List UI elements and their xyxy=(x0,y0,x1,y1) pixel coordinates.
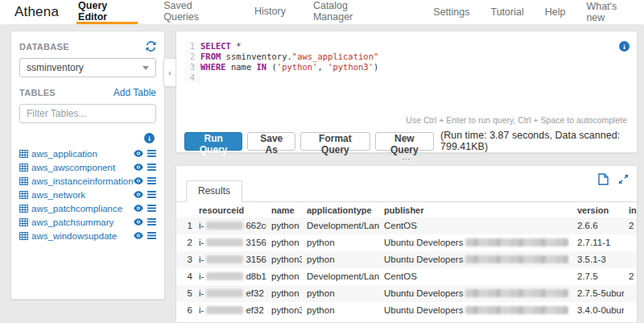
run-query-button[interactable]: Run Query xyxy=(184,132,242,151)
properties-icon[interactable] xyxy=(147,218,156,226)
database-select[interactable]: ssminventory xyxy=(19,58,156,77)
table-name-link[interactable]: aws_patchcompliance xyxy=(31,204,134,213)
eye-icon[interactable] xyxy=(134,191,143,198)
table-icon xyxy=(19,218,28,226)
column-header-resourceid: resourceid xyxy=(194,202,266,217)
line-number: 2 xyxy=(184,52,200,62)
new-query-button[interactable]: New Query xyxy=(375,132,434,151)
query-editor-panel: i 1SELECT *2FROM ssminventory."aws_appli… xyxy=(175,31,638,153)
row-number-cell: 3 xyxy=(176,251,194,268)
table-icon xyxy=(19,164,28,172)
collapse-sidebar-button[interactable]: ‹ xyxy=(163,58,175,87)
table-icon xyxy=(19,150,28,158)
table-icon xyxy=(19,205,28,213)
properties-icon[interactable] xyxy=(147,232,156,239)
row-number-cell: 5 xyxy=(176,285,194,302)
refresh-icon[interactable] xyxy=(146,41,156,52)
table-row[interactable]: 4i-d8b1epythonDevelopment/LanguagesCentO… xyxy=(176,268,637,285)
eye-icon[interactable] xyxy=(134,177,143,184)
download-results-icon[interactable] xyxy=(598,173,609,185)
eye-icon[interactable] xyxy=(134,150,143,157)
version-cell: 3.5.1-3 xyxy=(572,251,624,268)
nav-tab-saved-queries[interactable]: Saved Queries xyxy=(162,0,229,24)
save-as-button[interactable]: Save As xyxy=(247,132,295,151)
expand-results-icon[interactable] xyxy=(618,173,629,185)
table-icon xyxy=(19,191,28,199)
table-list-item: aws_windowsupdate xyxy=(19,229,156,242)
sql-editor[interactable]: 1SELECT *2FROM ssminventory."aws_applica… xyxy=(184,41,629,114)
installedtime-cell xyxy=(624,234,637,251)
installedtime-cell xyxy=(624,285,637,302)
version-cell: 2.7.5 xyxy=(572,268,624,285)
database-selected-value: ssminventory xyxy=(27,62,84,73)
row-number-cell: 4 xyxy=(176,268,194,285)
filter-tables-input[interactable] xyxy=(19,104,156,123)
editor-line: 2FROM ssminventory."aws_application" xyxy=(184,52,629,62)
code-text: WHERE name IN ('python', 'python3') xyxy=(200,62,378,72)
publisher-cell: CentOS xyxy=(379,268,572,285)
editor-shortcut-hint: Use Ctrl + Enter to run query, Ctrl + Sp… xyxy=(184,115,627,125)
properties-icon[interactable] xyxy=(147,150,156,157)
table-name-link[interactable]: aws_instanceinformation xyxy=(31,176,134,186)
table-list-item: aws_patchsummary xyxy=(19,215,156,229)
panel-splitter[interactable]: ⋯ xyxy=(175,154,638,165)
nav-tab-history[interactable]: History xyxy=(253,0,287,24)
publisher-cell: Ubuntu Developers xyxy=(379,302,572,319)
applicationtype-cell: Development/Languages xyxy=(302,217,379,234)
add-table-link[interactable]: Add Table xyxy=(114,87,156,98)
table-list-item: aws_awscomponent xyxy=(19,160,156,174)
table-name-link[interactable]: aws_patchsummary xyxy=(31,217,134,227)
tab-results[interactable]: Results xyxy=(186,180,242,202)
table-name-link[interactable]: aws_application xyxy=(31,149,134,159)
resourceid-cell: i-ef32 xyxy=(194,302,266,319)
properties-icon[interactable] xyxy=(147,191,156,198)
nav-tab-catalog-manager[interactable]: Catalog Manager xyxy=(312,0,388,24)
table-name-link[interactable]: aws_network xyxy=(31,190,134,200)
eye-icon[interactable] xyxy=(134,218,143,226)
redacted-text xyxy=(465,238,568,246)
installedtime-cell: 2 xyxy=(624,268,637,285)
format-query-button[interactable]: Format Query xyxy=(300,132,369,151)
editor-line: 4 xyxy=(184,72,629,83)
name-cell: python3 xyxy=(266,302,302,319)
athena-logo: Athena xyxy=(14,4,59,20)
publisher-cell: Ubuntu Developers xyxy=(379,251,572,268)
installedtime-cell xyxy=(624,302,637,319)
nav-link-tutorial[interactable]: Tutorial xyxy=(490,6,523,18)
table-row[interactable]: 1i-662c0pythonDevelopment/LanguagesCentO… xyxy=(176,217,637,234)
table-row[interactable]: 5i-ef32pythonpythonUbuntu Developers2.7.… xyxy=(176,285,637,302)
table-row[interactable]: 2i-31568pythonpythonUbuntu Developers2.7… xyxy=(176,234,637,251)
name-cell: python xyxy=(266,234,302,251)
publisher-cell: Ubuntu Developers xyxy=(379,285,572,302)
nav-link-settings[interactable]: Settings xyxy=(433,6,469,18)
version-cell: 2.7.11-1 xyxy=(572,234,624,251)
query-actions: Run QuerySave AsFormat QueryNew Query(Ru… xyxy=(184,130,629,152)
properties-icon[interactable] xyxy=(147,177,156,184)
tables-label: TABLES xyxy=(19,88,56,97)
eye-icon[interactable] xyxy=(134,164,143,171)
code-text: FROM ssminventory."aws_application" xyxy=(200,52,378,62)
table-name-link[interactable]: aws_awscomponent xyxy=(31,163,134,172)
nav-link-what-s-new[interactable]: What's new xyxy=(586,1,633,23)
query-run-status: (Run time: 3.87 seconds, Data scanned: 7… xyxy=(440,130,629,152)
editor-line: 1SELECT * xyxy=(184,41,629,52)
table-icon xyxy=(19,177,28,185)
applicationtype-cell: python xyxy=(302,251,379,268)
nav-link-help[interactable]: Help xyxy=(545,6,566,18)
line-number: 3 xyxy=(184,62,200,72)
info-icon[interactable]: i xyxy=(144,133,155,143)
properties-icon[interactable] xyxy=(147,205,156,212)
results-table: resourceidnameapplicationtypepublisherve… xyxy=(176,202,637,319)
eye-icon[interactable] xyxy=(134,232,143,239)
eye-icon[interactable] xyxy=(134,205,143,212)
redacted-text xyxy=(206,255,243,263)
table-name-link[interactable]: aws_windowsupdate xyxy=(31,231,134,241)
table-row[interactable]: 3i-31568python3pythonUbuntu Developers3.… xyxy=(176,251,637,268)
table-list-item: aws_network xyxy=(19,188,156,201)
properties-icon[interactable] xyxy=(147,164,156,171)
nav-tab-query-editor[interactable]: Query Editor xyxy=(76,0,138,24)
line-number: 4 xyxy=(184,72,200,83)
redacted-text xyxy=(206,289,243,297)
row-number-cell: 1 xyxy=(176,217,194,234)
table-row[interactable]: 6i-ef32python3pythonUbuntu Developers3.4… xyxy=(176,302,637,319)
